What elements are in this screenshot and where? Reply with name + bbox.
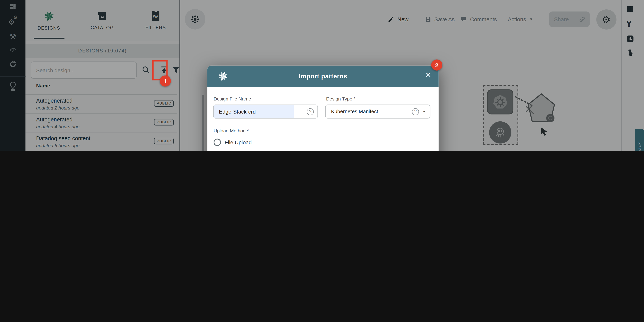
meshery-swirl-icon-white [218,71,228,81]
file-upload-radio[interactable] [214,139,221,146]
help-question-icon[interactable]: ? [307,108,314,115]
file-upload-radio-label[interactable]: File Upload [225,140,252,146]
design-type-label: Design Type * [326,96,356,101]
design-type-select[interactable]: Kubernetes Manifest ? ▼ [325,105,430,119]
modal-header: Import patterns ✕ [208,66,439,87]
import-patterns-modal: Import patterns ✕ Design File Name Edge-… [208,66,439,151]
design-file-name-label: Design File Name [214,96,251,101]
help-question-icon[interactable]: ? [412,108,419,115]
modal-title: Import patterns [208,73,439,80]
design-file-name-input[interactable]: Edge-Stack-crd ? [213,105,318,119]
annotation-step1-badge: 1 [160,75,171,87]
close-icon[interactable]: ✕ [426,72,431,79]
chevron-down-icon: ▼ [422,110,426,114]
annotation-step2-badge: 2 [431,60,442,71]
app-root: ⚙⚙ ⚒ ? v0.7.76 › DESIGNS CATALOG [0,0,644,151]
upload-method-label: Upload Method * [214,128,249,133]
